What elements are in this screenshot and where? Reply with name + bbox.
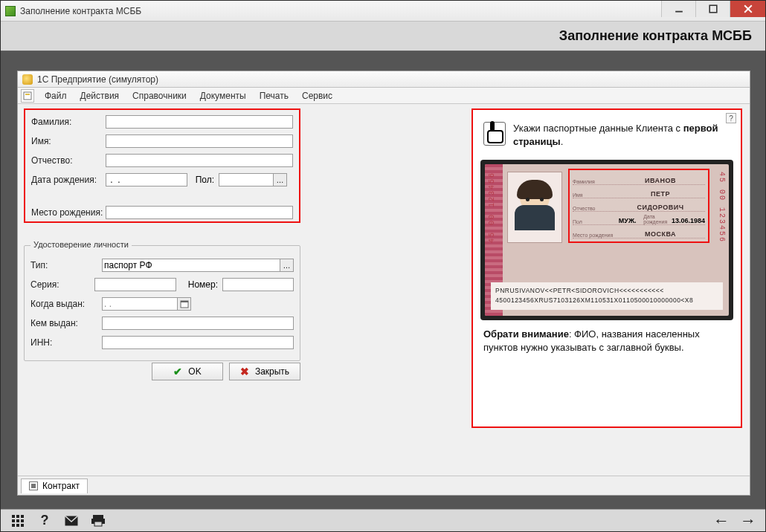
label-birthplace: Место рождения: (31, 207, 106, 218)
menu-file[interactable]: Файл (39, 89, 73, 103)
help-panel: ? Укажи паспортные данные Клиента с перв… (471, 108, 742, 428)
help-text: Укажи паспортные данные Клиента с первой… (513, 122, 730, 148)
ok-label: OK (188, 366, 201, 377)
issuedwhen-value: . . (103, 298, 177, 310)
svg-rect-5 (25, 94, 30, 95)
onec-icon (22, 74, 33, 85)
identity-legend: Удостоверение личности (30, 240, 132, 249)
help-note: Обрати внимание: ФИО, названия населенны… (473, 320, 741, 362)
menu-docs[interactable]: Документы (194, 89, 252, 103)
idtype-select[interactable]: паспорт РФ … (102, 259, 294, 272)
passport-fields-highlight: ФамилияИВАНОВ ИмяПЕТР ОтчествоСИДОРОВИЧ … (568, 169, 709, 243)
help-question-icon[interactable]: ? (726, 113, 736, 123)
menu-service[interactable]: Сервис (296, 89, 338, 103)
idtype-dropdown-icon[interactable]: … (280, 259, 293, 271)
subwindow-title: 1С Предприятие (симулятор) (37, 74, 158, 85)
label-patronymic: Отчество: (31, 155, 106, 166)
label-issuedwhen: Когда выдан: (30, 299, 102, 309)
menubar: Файл Действия Справочники Документы Печа… (18, 88, 750, 104)
passport-mrz: PNRUSIVANOV<<PETR<SIDOROVICH<<<<<<<<<<< … (491, 282, 723, 310)
label-number: Номер: (181, 279, 218, 290)
apps-grid-icon[interactable] (11, 514, 25, 528)
close-label: Закрыть (255, 366, 289, 377)
surname-input[interactable] (106, 115, 293, 129)
nav-forward-icon[interactable]: → (741, 514, 755, 528)
tab-contract[interactable]: Контракт (21, 479, 88, 493)
svg-rect-1 (709, 5, 717, 13)
check-icon: ✔ (173, 366, 182, 377)
sex-select[interactable]: … (219, 173, 287, 186)
label-birthdate: Дата рождения: (31, 175, 106, 185)
bottom-toolbar: ? ← → (1, 509, 765, 531)
passport-image: 45 00 123456 45 00 123456 ФамилияИВАНОВ (480, 160, 733, 320)
ok-button[interactable]: ✔ OK (152, 363, 223, 380)
menu-print[interactable]: Печать (254, 89, 295, 103)
svg-rect-9 (93, 515, 103, 519)
tab-strip: Контракт (18, 476, 750, 495)
name-input[interactable] (106, 134, 293, 148)
mail-icon[interactable] (65, 514, 78, 528)
menu-actions[interactable]: Действия (74, 89, 126, 103)
menu-refs[interactable]: Справочники (126, 89, 193, 103)
subwindow: 1С Предприятие (симулятор) Файл Действия… (17, 71, 750, 496)
label-name: Имя: (31, 136, 106, 146)
passport-photo (507, 172, 562, 243)
label-idtype: Тип: (30, 260, 102, 270)
passport-number-left: 45 00 123456 (488, 172, 496, 243)
toolbar-icon[interactable] (21, 89, 34, 103)
close-form-button[interactable]: ✖ Закрыть (229, 363, 300, 380)
sex-value (219, 174, 273, 186)
maximize-button[interactable] (695, 1, 730, 17)
identity-group: Удостоверение личности Тип: паспорт РФ …… (24, 245, 300, 361)
svg-rect-11 (94, 522, 102, 526)
x-icon: ✖ (240, 366, 249, 377)
svg-rect-4 (24, 92, 31, 100)
sex-dropdown-icon[interactable]: … (273, 174, 286, 186)
number-input[interactable] (222, 278, 294, 291)
minimize-button[interactable] (661, 1, 695, 17)
help-icon[interactable]: ? (38, 514, 51, 528)
label-sex: Пол: (187, 175, 214, 185)
birthdate-input[interactable] (106, 173, 187, 186)
document-icon (29, 481, 38, 490)
pointer-hand-icon (483, 122, 506, 146)
passport-number-right: 45 00 123456 (718, 172, 726, 243)
label-surname: Фамилия: (31, 117, 106, 127)
window-title: Заполнение контракта МСББ (20, 6, 141, 16)
print-icon[interactable] (91, 514, 105, 528)
series-input[interactable] (94, 278, 176, 291)
idtype-value: паспорт РФ (103, 259, 280, 271)
app-icon (5, 6, 16, 16)
issuedwhen-field[interactable]: . . (102, 297, 191, 311)
issuedby-input[interactable] (102, 317, 294, 330)
label-inn: ИНН: (30, 337, 102, 348)
tab-contract-label: Контракт (42, 481, 80, 491)
subwindow-titlebar: 1С Предприятие (симулятор) (18, 71, 750, 88)
personal-data-block: Фамилия: Имя: Отчество: Дата рождения: (24, 108, 300, 223)
close-button[interactable] (730, 1, 765, 17)
inn-input[interactable] (102, 336, 294, 349)
label-issuedby: Кем выдан: (30, 318, 102, 328)
nav-back-icon[interactable]: ← (715, 514, 728, 528)
svg-rect-7 (181, 301, 188, 302)
patronymic-input[interactable] (106, 154, 293, 167)
birthplace-input[interactable] (106, 206, 293, 219)
page-header: Заполнение контракта МСББ (1, 22, 765, 51)
calendar-icon[interactable] (177, 298, 190, 310)
titlebar: Заполнение контракта МСББ (1, 1, 765, 22)
label-series: Серия: (30, 279, 94, 290)
